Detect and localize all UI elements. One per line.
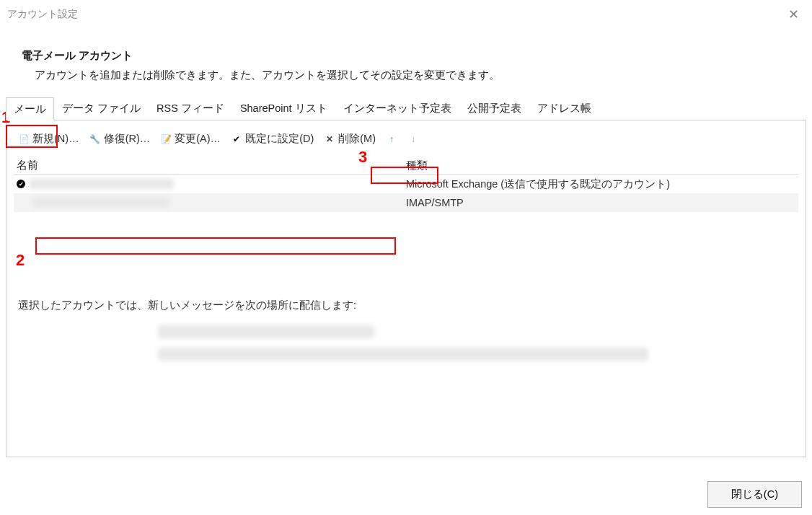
delivery-redacted (158, 325, 374, 338)
repair-button[interactable]: 修復(R)… (87, 131, 154, 147)
default-label: 既定に設定(D) (245, 132, 314, 146)
tab-internet-calendar[interactable]: インターネット予定表 (335, 97, 459, 120)
delivery-label: 選択したアカウントでは、新しいメッセージを次の場所に配信します: (18, 299, 798, 312)
set-default-button[interactable]: 既定に設定(D) (228, 131, 317, 147)
toolbar: 新規(N)… 修復(R)… 変更(A)… 既定に設定(D) 削除(M) (14, 131, 798, 147)
change-button[interactable]: 変更(A)… (157, 131, 224, 147)
new-button[interactable]: 新規(N)… (15, 131, 82, 147)
delivery-location (14, 325, 798, 363)
close-button[interactable]: 閉じる(C) (707, 481, 802, 508)
repair-label: 修復(R)… (104, 132, 151, 146)
move-up-button[interactable] (383, 132, 400, 146)
account-name-redacted (30, 179, 174, 189)
move-down-button[interactable] (405, 132, 422, 146)
check-icon (231, 133, 242, 145)
tab-sharepoint[interactable]: SharePoint リスト (232, 97, 335, 120)
account-table: 名前 種類 Microsoft Exchange (送信で使用する既定のアカウン… (14, 159, 798, 212)
arrow-down-icon (407, 133, 419, 145)
tab-datafile[interactable]: データ ファイル (54, 97, 149, 120)
default-check-icon (15, 178, 27, 190)
table-row[interactable]: IMAP/SMTP (14, 193, 798, 212)
column-type[interactable]: 種類 (406, 159, 798, 172)
close-icon[interactable]: ✕ (781, 4, 806, 25)
change-icon (160, 133, 172, 145)
delete-label: 削除(M) (338, 132, 376, 146)
delete-icon (324, 133, 335, 145)
column-name[interactable]: 名前 (14, 159, 406, 172)
header-title: 電子メール アカウント (22, 49, 798, 63)
repair-icon (89, 133, 101, 145)
window-title: アカウント設定 (7, 8, 78, 21)
account-type: IMAP/SMTP (406, 197, 798, 208)
account-name-redacted (32, 198, 169, 208)
tab-addressbook[interactable]: アドレス帳 (529, 97, 599, 120)
footer: 閉じる(C) (707, 481, 802, 508)
tab-mail[interactable]: メール (6, 97, 54, 120)
table-row[interactable]: Microsoft Exchange (送信で使用する既定のアカウント) (14, 175, 798, 193)
arrow-up-icon (386, 133, 397, 145)
change-label: 変更(A)… (175, 132, 221, 146)
delete-button[interactable]: 削除(M) (321, 131, 379, 147)
tab-published-calendar[interactable]: 公開予定表 (459, 97, 529, 120)
header-description: アカウントを追加または削除できます。また、アカウントを選択してその設定を変更でき… (22, 69, 798, 82)
delivery-redacted (158, 348, 648, 361)
new-label: 新規(N)… (32, 132, 79, 146)
header: 電子メール アカウント アカウントを追加または削除できます。また、アカウントを選… (0, 25, 812, 89)
tabs: メール データ ファイル RSS フィード SharePoint リスト インタ… (6, 97, 806, 120)
tab-rss[interactable]: RSS フィード (149, 97, 232, 120)
titlebar: アカウント設定 ✕ (0, 0, 812, 25)
account-type: Microsoft Exchange (送信で使用する既定のアカウント) (406, 177, 798, 191)
tab-panel: 新規(N)… 修復(R)… 変更(A)… 既定に設定(D) 削除(M) 名前 種… (6, 120, 806, 457)
new-icon (18, 133, 30, 145)
